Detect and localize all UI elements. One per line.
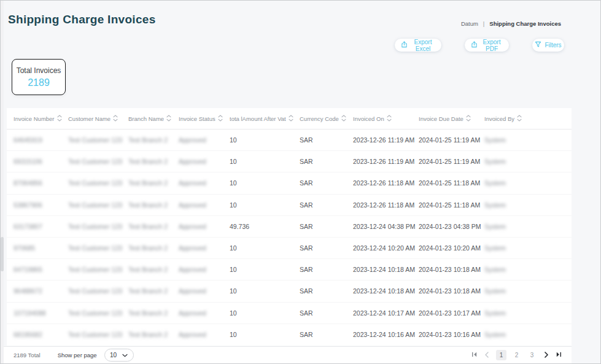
table-row[interactable]: 970685 Test Customer 123 Test Branch 2 A… (7, 238, 572, 259)
next-page-button[interactable] (544, 350, 549, 360)
cell-invoice-status: Approved (179, 136, 230, 144)
cell-invoiced-on: 2023-12-24 10:20 AM (353, 244, 419, 252)
cell-invoice-number: 64645919 (14, 136, 68, 144)
cell-amount-after-vat: 10 (230, 309, 300, 317)
scrollbar-thumb[interactable] (1, 237, 4, 271)
sort-chevrons-icon (517, 115, 522, 123)
cell-amount-after-vat: 49.736 (230, 223, 300, 230)
chevron-down-icon (122, 352, 128, 358)
page-size-select[interactable]: 10 (104, 349, 134, 362)
table-row[interactable]: 69315106 Test Customer 123 Test Branch 2… (7, 151, 572, 172)
table-row[interactable]: 63173807 Test Customer 123 Test Branch 2… (7, 216, 572, 238)
show-per-page-label: Show per page (58, 352, 97, 358)
column-header-invoice-number[interactable]: Invoice Number (14, 115, 68, 123)
filters-button[interactable]: Filters (532, 39, 564, 52)
cell-invoiced-by: System (484, 201, 572, 209)
column-header-invoiced-on[interactable]: Invoiced On (353, 115, 419, 123)
cell-invoice-number: 87064856 (14, 179, 68, 187)
cell-invoice-due-date: 2024-01-23 10:16 AM (419, 331, 484, 338)
export-pdf-label: Export PDF (481, 39, 503, 52)
sort-chevrons-icon (466, 115, 471, 123)
cell-invoice-number: 53867906 (14, 201, 68, 209)
cell-currency-code: SAR (300, 136, 353, 144)
column-header-label: Invoice Status (179, 115, 215, 122)
column-header-invoiced-by[interactable]: Invoiced By (484, 115, 572, 123)
cell-invoiced-by: System (484, 266, 572, 273)
column-header-label: Invoiced On (353, 115, 384, 122)
first-page-icon (471, 350, 478, 360)
total-count-label: 2189 Total (14, 352, 41, 358)
cell-amount-after-vat: 10 (230, 179, 300, 187)
chevron-right-icon (544, 350, 549, 360)
sort-chevrons-icon (341, 115, 346, 123)
column-header-branch-name[interactable]: Branch Name (128, 115, 179, 123)
column-header-invoice-due-date[interactable]: Invoice Due Date (419, 115, 484, 123)
cell-branch-name: Test Branch 2 (128, 158, 179, 165)
table-row[interactable]: 107194088 Test Customer 123 Test Branch … (7, 303, 572, 324)
cell-invoiced-by: System (484, 331, 572, 338)
cell-invoice-due-date: 2024-01-23 10:18 AM (419, 266, 484, 273)
cell-invoice-status: Approved (179, 179, 230, 187)
cell-invoiced-on: 2023-12-24 10:18 AM (353, 287, 419, 295)
export-pdf-button[interactable]: Export PDF (465, 39, 509, 52)
table-row[interactable]: 96488672 Test Customer 123 Test Branch 2… (7, 281, 572, 302)
cell-currency-code: SAR (300, 223, 353, 230)
cell-invoice-due-date: 2024-01-23 10:18 AM (419, 287, 484, 295)
pagination: 123 (471, 350, 562, 360)
page-button-2[interactable]: 2 (511, 350, 522, 360)
first-page-button[interactable] (471, 350, 478, 360)
cell-branch-name: Test Branch 2 (128, 244, 179, 252)
cell-branch-name: Test Branch 2 (128, 331, 179, 338)
cell-invoiced-on: 2023-12-26 11:19 AM (353, 136, 419, 144)
cell-invoice-number: 107194088 (14, 309, 68, 317)
cell-customer-name: Test Customer 123 (68, 158, 128, 165)
cell-currency-code: SAR (300, 287, 353, 295)
column-header-invoice-status[interactable]: Invoice Status (179, 115, 230, 123)
cell-customer-name: Test Customer 123 (68, 136, 128, 144)
table-row[interactable]: 64645919 Test Customer 123 Test Branch 2… (7, 130, 572, 151)
cell-invoice-due-date: 2024-01-23 10:17 AM (419, 309, 484, 317)
sort-chevrons-icon (57, 115, 62, 123)
cell-invoiced-on: 2023-12-26 11:18 AM (353, 179, 419, 187)
cell-invoice-status: Approved (179, 309, 230, 317)
table-row[interactable]: 87064856 Test Customer 123 Test Branch 2… (7, 172, 572, 194)
cell-amount-after-vat: 10 (230, 266, 300, 273)
table-row[interactable]: 64719865 Test Customer 123 Test Branch 2… (7, 259, 572, 281)
cell-invoiced-by: System (484, 223, 572, 230)
table-row[interactable]: 53867906 Test Customer 123 Test Branch 2… (7, 195, 572, 216)
cell-invoiced-on: 2023-12-24 10:18 AM (353, 266, 419, 273)
sort-chevrons-icon (218, 115, 223, 123)
cell-branch-name: Test Branch 2 (128, 287, 179, 295)
cell-invoice-due-date: 2024-01-23 10:20 AM (419, 244, 484, 252)
cell-invoice-due-date: 2024-01-25 11:18 AM (419, 201, 484, 209)
breadcrumb-separator: | (483, 20, 484, 27)
cell-customer-name: Test Customer 123 (68, 201, 128, 209)
cell-amount-after-vat: 10 (230, 158, 300, 165)
table-row[interactable]: 68195682 Test Customer 123 Test Branch 2… (7, 324, 572, 346)
cell-invoice-status: Approved (179, 266, 230, 273)
cell-invoice-number: 64719865 (14, 266, 68, 273)
cell-customer-name: Test Customer 123 (68, 266, 128, 273)
last-page-button[interactable] (556, 350, 562, 360)
column-header-customer-name[interactable]: Customer Name (68, 115, 128, 123)
export-excel-button[interactable]: Export Excel (395, 39, 441, 52)
column-header-label: Customer Name (68, 115, 111, 122)
vertical-scrollbar[interactable] (1, 1, 4, 363)
export-icon (401, 41, 408, 49)
page-button-1[interactable]: 1 (496, 350, 506, 360)
page-button-3[interactable]: 3 (527, 350, 537, 360)
table-footer: 2189 Total Show per page 10 123 (4, 346, 572, 363)
cell-branch-name: Test Branch 2 (128, 266, 179, 273)
column-header-label: Branch Name (128, 115, 164, 122)
breadcrumb-app[interactable]: Datum (461, 20, 478, 27)
previous-page-button[interactable] (484, 350, 489, 360)
total-invoices-value: 2189 (28, 77, 50, 88)
total-invoices-card: Total Invoices 2189 (12, 59, 66, 95)
total-invoices-label: Total Invoices (17, 66, 61, 75)
column-header-tota-lamount-after-vat[interactable]: tota lAmount After Vat (230, 115, 300, 123)
cell-amount-after-vat: 10 (230, 244, 300, 252)
column-header-currency-code[interactable]: Currency Code (300, 115, 353, 123)
cell-invoiced-by: System (484, 244, 572, 252)
cell-customer-name: Test Customer 123 (68, 223, 128, 230)
cell-amount-after-vat: 10 (230, 331, 300, 338)
